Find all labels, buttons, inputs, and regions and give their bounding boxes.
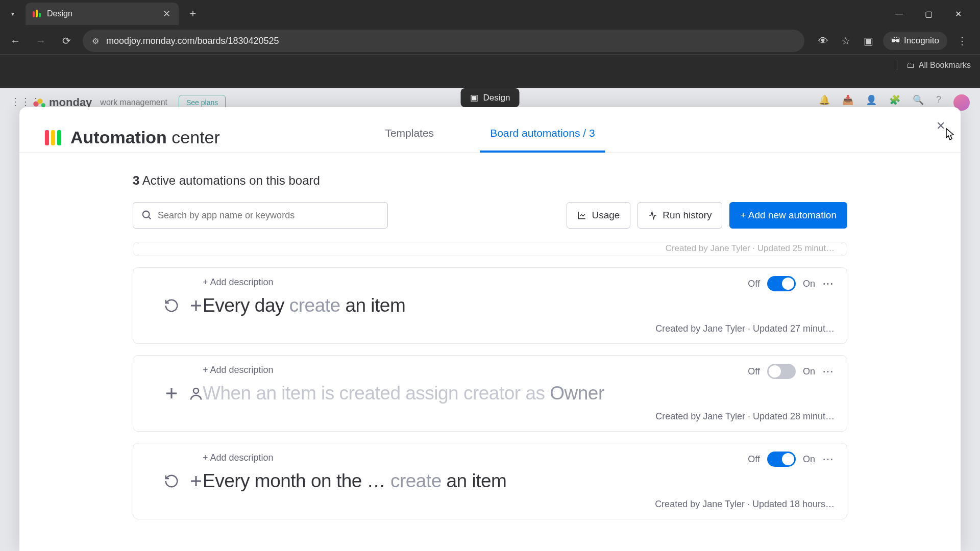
enable-toggle[interactable] [767, 364, 796, 379]
window-controls: — ▢ ✕ [891, 9, 976, 19]
recipe-part: Every month on the … [203, 470, 385, 491]
tab-templates[interactable]: Templates [375, 119, 444, 153]
url-text: moodjoy.monday.com/boards/1830420525 [106, 36, 279, 46]
svg-point-4 [37, 98, 42, 104]
eye-off-icon[interactable]: 👁 [816, 35, 831, 47]
close-window-icon[interactable]: ✕ [950, 9, 966, 19]
apps-grid-icon[interactable]: ⋮⋮⋮ [10, 95, 24, 110]
search-box[interactable] [133, 202, 388, 229]
nav-bar: ← → ⟳ ⚙ moodjoy.monday.com/boards/183042… [0, 28, 980, 54]
forward-icon[interactable]: → [32, 32, 50, 50]
add-automation-label: + Add new automation [740, 210, 837, 221]
automation-recipe[interactable]: Every day create an item [203, 295, 405, 316]
toolbar-right: 👁 ☆ ▣ 🕶 Incognito ⋮ [812, 32, 974, 50]
off-label: Off [748, 454, 760, 465]
more-menu-icon[interactable]: ⋯ [822, 365, 835, 378]
automation-recipe[interactable]: When an item is created assign creator a… [203, 383, 604, 404]
reload-icon[interactable]: ⟳ [57, 32, 76, 50]
automation-card[interactable]: + Add description When an item is create… [133, 355, 847, 432]
url-bar[interactable]: ⚙ moodjoy.monday.com/boards/1830420525 [83, 30, 804, 52]
off-label: Off [748, 279, 760, 289]
recipe-part: an item [447, 470, 507, 491]
bookmarks-bar: 🗀 All Bookmarks [0, 54, 980, 76]
usage-button[interactable]: Usage [567, 202, 630, 229]
activity-icon [648, 211, 657, 220]
close-modal-icon[interactable]: ✕ [936, 119, 945, 133]
tab-title: Design [47, 9, 155, 18]
svg-point-6 [143, 211, 150, 218]
modal-title-bold: Automation [70, 128, 167, 147]
svg-line-7 [149, 217, 151, 219]
tab-bar: ▾ Design ✕ + — ▢ ✕ [0, 0, 980, 28]
browser-chrome: ▾ Design ✕ + — ▢ ✕ ← → ⟳ ⚙ moodjoy.monda… [0, 0, 980, 76]
peek-meta: Created by Jane Tyler · Updated 25 minut… [666, 243, 835, 254]
plus-icon [188, 473, 204, 489]
all-bookmarks-label: All Bookmarks [919, 61, 971, 70]
card-meta: Created by Jane Tyler · Updated 18 hours… [164, 499, 835, 510]
automation-card[interactable]: + Add description Every month on the … c… [133, 443, 847, 519]
sidepanel-icon[interactable]: ▣ [861, 35, 876, 47]
enable-toggle[interactable] [767, 452, 796, 467]
add-description-link[interactable]: + Add description [203, 365, 835, 375]
incognito-chip[interactable]: 🕶 Incognito [883, 32, 947, 50]
incognito-label: Incognito [904, 36, 939, 46]
summary-text: Active automations on this board [142, 173, 320, 187]
run-history-label: Run history [663, 210, 712, 221]
star-icon[interactable]: ☆ [838, 35, 853, 47]
back-icon[interactable]: ← [6, 32, 24, 50]
run-history-button[interactable]: Run history [638, 202, 722, 229]
site-settings-icon[interactable]: ⚙ [92, 36, 99, 46]
off-label: Off [748, 366, 760, 377]
recipe-part: create [284, 295, 345, 316]
more-menu-icon[interactable]: ⋯ [822, 453, 835, 466]
recipe-part: an item [345, 295, 405, 316]
svg-rect-1 [36, 10, 38, 17]
tab-favicon-icon [32, 9, 42, 19]
automation-center-modal: Automation center Templates Board automa… [19, 107, 961, 551]
usage-label: Usage [592, 210, 620, 221]
person-icon [188, 386, 204, 401]
modal-header: Automation center Templates Board automa… [19, 107, 961, 153]
refresh-icon [164, 473, 179, 489]
add-description-link[interactable]: + Add description [203, 453, 835, 463]
refresh-icon [164, 298, 179, 313]
on-label: On [803, 279, 815, 289]
automation-card[interactable]: + Add description Every day create an it… [133, 267, 847, 344]
plus-icon [164, 386, 179, 401]
svg-rect-2 [39, 13, 41, 17]
product-subtext: work management [100, 98, 167, 107]
monday-logo-icon [45, 130, 61, 145]
recipe-part: create [385, 470, 446, 491]
modal-title: Automation center [70, 128, 220, 147]
tab-close-icon[interactable]: ✕ [160, 8, 173, 19]
chart-icon [577, 211, 586, 220]
automation-card-peek: Created by Jane Tyler · Updated 25 minut… [133, 242, 847, 256]
folder-icon: 🗀 [906, 61, 915, 70]
add-description-link[interactable]: + Add description [203, 277, 835, 288]
kebab-menu-icon[interactable]: ⋮ [954, 35, 970, 47]
all-bookmarks-link[interactable]: 🗀 All Bookmarks [897, 61, 971, 70]
enable-toggle[interactable] [767, 276, 796, 291]
browser-tab[interactable]: Design ✕ [26, 3, 179, 25]
more-menu-icon[interactable]: ⋯ [822, 277, 835, 290]
summary-count: 3 [133, 173, 139, 187]
summary-line: 3 Active automations on this board [133, 173, 847, 188]
svg-point-5 [41, 103, 45, 107]
add-automation-button[interactable]: + Add new automation [729, 202, 847, 229]
incognito-icon: 🕶 [891, 36, 900, 46]
minimize-icon[interactable]: — [891, 9, 906, 19]
svg-point-12 [193, 388, 199, 393]
automation-recipe[interactable]: Every month on the … create an item [203, 470, 506, 492]
tab-search-dropdown[interactable]: ▾ [4, 5, 21, 22]
automation-list: Created by Jane Tyler · Updated 25 minut… [133, 242, 847, 519]
on-label: On [803, 454, 815, 465]
search-input[interactable] [158, 210, 379, 221]
new-tab-button[interactable]: + [184, 5, 202, 23]
maximize-icon[interactable]: ▢ [921, 9, 936, 19]
modal-title-light: center [172, 128, 220, 147]
plus-icon [188, 298, 204, 313]
card-meta: Created by Jane Tyler · Updated 28 minut… [164, 411, 835, 422]
recipe-part: Every day [203, 295, 284, 316]
modal-tabs: Templates Board automations / 3 [375, 119, 605, 153]
tab-board-automations[interactable]: Board automations / 3 [480, 119, 605, 153]
